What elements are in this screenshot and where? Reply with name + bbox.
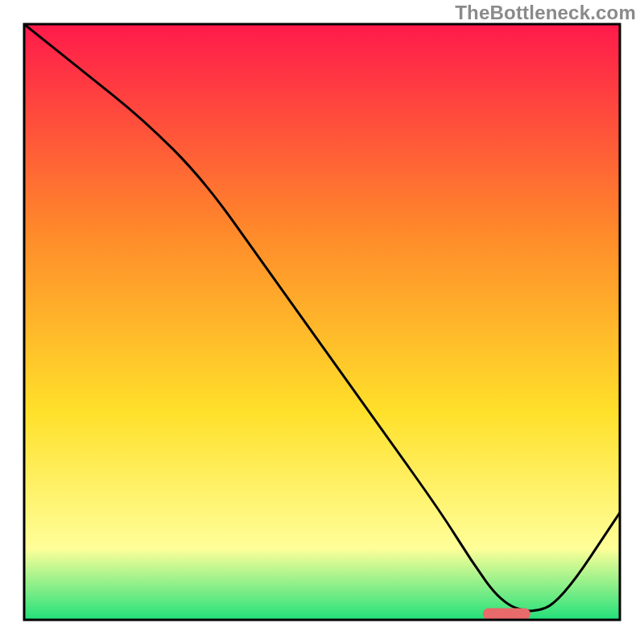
gradient-background <box>24 24 620 620</box>
optimal-marker <box>483 609 530 620</box>
bottleneck-chart <box>0 0 644 644</box>
chart-stage: { "watermark": "TheBottleneck.com", "col… <box>0 0 644 644</box>
watermark-text: TheBottleneck.com <box>455 2 636 24</box>
